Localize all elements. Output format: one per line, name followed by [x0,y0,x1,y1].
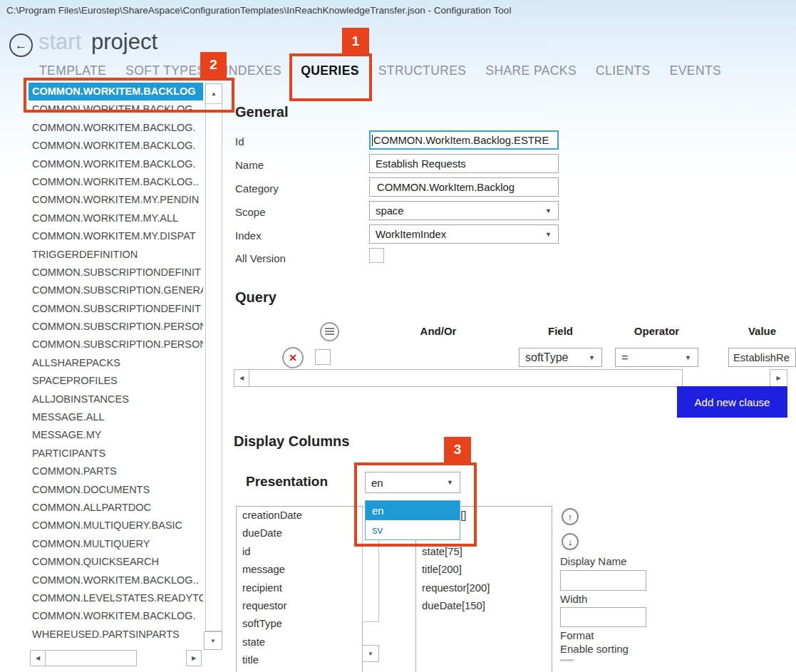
presentation-label: Presentation [246,474,328,490]
clause-operator-select[interactable]: = ▼ [615,348,698,367]
delete-clause-button[interactable]: ✕ [282,347,304,368]
breadcrumb-start[interactable]: start [38,29,81,55]
presentation-select[interactable]: en ▼ [365,472,460,493]
clause-checkbox[interactable] [315,349,331,365]
tab-clients[interactable]: CLIENTS [596,63,651,78]
category-label: Category [235,182,356,195]
sidebar-item[interactable]: COMMON.MULTIQUERY [29,535,203,553]
available-column-item[interactable]: state [237,634,362,651]
query-scroll-right-button[interactable]: ▶ [770,369,787,387]
sidebar-item[interactable]: SPACEPROFILES [29,372,203,390]
clause-value-input[interactable]: EstablishRe [728,348,796,367]
tab-events[interactable]: EVENTS [670,63,721,78]
sidebar-item[interactable]: COMMON.WORKITEM.BACKLOG. [29,137,203,155]
sidebar-item[interactable]: COMMON.SUBSCRIPTION.PERSON [29,336,203,353]
available-column-item[interactable]: requestor [237,597,362,615]
tab-indexes[interactable]: INDEXES [225,63,282,78]
sidebar-scroll-down-button[interactable]: ▼ [204,631,222,650]
tab-template[interactable]: TEMPLATE [39,63,106,78]
available-column-item[interactable]: dueDate [237,524,362,542]
available-column-item[interactable]: creationDate [237,507,362,524]
selected-column-item[interactable]: title[200] [416,561,552,579]
display-columns-heading: Display Columns [234,433,349,450]
scope-select[interactable]: space ▼ [369,201,559,220]
tab-share-packs[interactable]: SHARE PACKS [485,63,577,78]
sidebar-item[interactable]: COMMON.DOCUMENTS [29,481,203,499]
sidebar-item[interactable]: ALLSHAREPACKS [29,354,203,372]
sidebar-item[interactable]: COMMON.WORKITEM.MY.ALL [29,210,203,227]
sidebar-item[interactable]: COMMON.WORKITEM.MY.PENDIN [29,191,203,209]
tab-queries[interactable]: QUERIES 1 [301,63,359,78]
sidebar-scroll-up-button[interactable]: ▲ [205,83,222,104]
sidebar-item[interactable]: COMMON.SUBSCRIPTIONDEFINIT [29,264,203,281]
selected-column-item[interactable]: dueDate[150] [416,597,552,615]
all-version-checkbox[interactable] [369,248,384,263]
sidebar-scroll-right-button[interactable]: ▶ [186,650,202,666]
sidebar-item[interactable]: COMMON.WORKITEM.BACKLOG. [29,100,203,118]
sidebar-item[interactable]: WHEREUSED.PARTSINPARTS [29,626,203,643]
presentation-dropdown-list: ensv [365,500,460,540]
menu-icon[interactable] [320,322,339,341]
configuration-tool-window: C:\Program Files\Eurostep\ShareAspace\Co… [0,0,796,672]
presentation-option[interactable]: en [366,501,460,520]
id-input[interactable]: COMMON.WorkItem.Backlog.ESTRE [369,130,559,150]
name-input[interactable]: Establish Requests [369,154,559,173]
sidebar-item[interactable]: COMMON.SUBSCRIPTIONDEFINIT [29,300,203,318]
sidebar-item[interactable]: TRIGGERDEFINITION [29,246,203,264]
sidebar-item[interactable]: COMMON.WORKITEM.BACKLOG. [29,607,203,625]
presentation-option[interactable]: sv [366,520,460,539]
available-list-scroll-down-button[interactable]: ▼ [362,645,379,662]
sidebar-item[interactable]: COMMON.WORKITEM.BACKLOG. [29,119,203,137]
sidebar-item[interactable]: COMMON.WORKITEM.BACKLOG [29,83,203,100]
tab-bar: TEMPLATE SOFT TYPES INDEXES QUERIES 1 ST… [39,63,721,78]
sidebar-item[interactable]: MESSAGE.ALL [29,408,203,426]
query-horizontal-scrollbar-thumb[interactable] [249,369,683,387]
available-column-item[interactable]: id [237,543,362,561]
tab-structures[interactable]: STRUCTURES [378,63,467,78]
add-new-clause-button[interactable]: Add new clause [677,386,787,418]
dropdown-arrow-icon: ▼ [447,480,453,486]
query-scroll-left-button[interactable]: ◀ [234,369,249,387]
available-column-item[interactable]: message [237,561,362,579]
available-column-item[interactable]: softType [237,615,362,633]
clause-operator-value: = [621,351,628,364]
annotation-badge-1: 1 [342,28,369,54]
sidebar-item[interactable]: MESSAGE.MY [29,426,203,444]
sidebar-list: COMMON.WORKITEM.BACKLOGCOMMON.WORKITEM.B… [29,83,203,643]
sidebar-item[interactable]: COMMON.SUBSCRIPTION.PERSON [29,318,203,336]
sidebar-item[interactable]: COMMON.WORKITEM.BACKLOG.. [29,572,203,589]
sidebar-horizontal-scrollbar-thumb[interactable] [45,650,137,666]
sidebar-scroll-left-button[interactable]: ◀ [30,650,46,666]
available-column-item[interactable]: title [237,651,362,669]
move-column-down-button[interactable]: ↓ [562,533,579,550]
tab-soft-types[interactable]: SOFT TYPES [125,63,205,78]
sidebar-item[interactable]: PARTICIPANTS [29,445,203,462]
sidebar-item[interactable]: COMMON.WORKITEM.BACKLOG. [29,155,203,173]
sidebar-item[interactable]: COMMON.LEVELSTATES.READYTO [29,589,203,607]
sidebar-item[interactable]: COMMON.PARTS [29,462,203,480]
sidebar-item[interactable]: COMMON.MULTIQUERY.BASIC [29,517,203,534]
sidebar-vertical-scrollbar[interactable] [205,103,222,631]
index-value: WorkItemIndex [376,229,446,240]
available-column-item[interactable]: recipient [237,579,362,597]
sidebar-item[interactable]: COMMON.WORKITEM.BACKLOG.. [29,173,203,191]
sidebar-item[interactable]: COMMON.WORKITEM.MY.DISPAT [29,227,203,245]
sidebar-item[interactable]: COMMON.QUICKSEARCH [29,553,203,571]
category-input[interactable]: COMMON.WorkItem.Backlog [369,177,559,197]
annotation-box-1 [289,53,372,101]
sidebar-item[interactable]: COMMON.SUBSCRIPTION.GENERA [29,281,203,299]
selected-column-item[interactable]: requestor[200] [416,579,552,597]
back-button[interactable]: ← [9,33,33,57]
delete-icon: ✕ [289,352,297,363]
id-value: COMMON.WorkItem.Backlog.ESTRE [373,135,549,146]
move-column-up-button[interactable]: ↑ [562,508,579,525]
clause-field-select[interactable]: softType ▼ [519,348,602,367]
sidebar-item[interactable]: COMMON.ALLPARTDOC [29,499,203,517]
selected-column-item[interactable]: state[75] [416,543,552,561]
sidebar-item[interactable]: ALLJOBINSTANCES [29,391,203,408]
width-input[interactable] [560,607,646,627]
query-col-field: Field [519,325,602,337]
display-name-input[interactable] [560,570,646,591]
index-select[interactable]: WorkItemIndex ▼ [369,224,559,244]
dropdown-arrow-icon: ▼ [545,207,552,214]
